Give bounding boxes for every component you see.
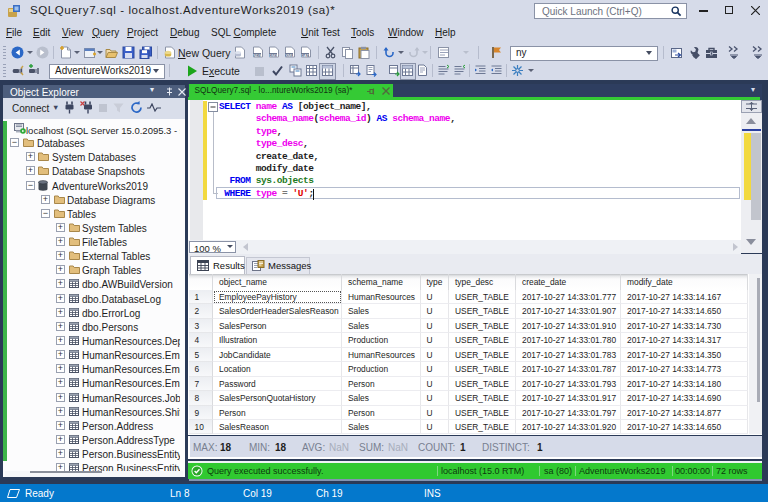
svg-text:DMX: DMX [269, 53, 278, 58]
svg-text:NDS: NDS [253, 53, 262, 58]
svg-text:XML: XML [285, 53, 294, 58]
svg-text:DAT: DAT [301, 53, 309, 58]
